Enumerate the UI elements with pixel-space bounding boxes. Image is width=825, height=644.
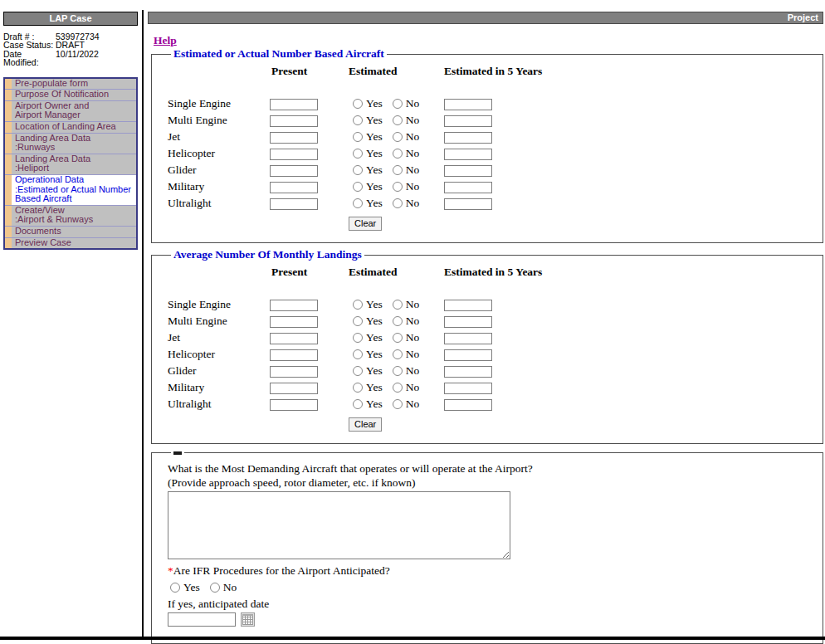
present-input[interactable] — [270, 300, 318, 311]
ifr-no-radio[interactable] — [210, 583, 220, 593]
sidebar-item-line: Purpose Of Notification — [15, 89, 109, 99]
present-input[interactable] — [270, 383, 318, 394]
anticipated-date-input[interactable] — [168, 612, 236, 627]
sidebar-item-label: Preview Case — [12, 238, 73, 249]
present-input[interactable] — [270, 366, 318, 378]
sidebar-item-label: Landing Area Data:Runways — [12, 134, 92, 154]
estimated-yes-radio[interactable] — [353, 316, 363, 326]
present-input[interactable] — [270, 99, 318, 110]
present-input[interactable] — [270, 198, 318, 210]
estimated-5yr-input[interactable] — [444, 99, 492, 110]
sidebar-item[interactable]: Documents — [5, 227, 136, 238]
present-input[interactable] — [270, 316, 318, 328]
estimated-5yr-input[interactable] — [444, 399, 492, 411]
estimated-no-radio[interactable] — [393, 99, 403, 109]
date-picker-button[interactable] — [241, 612, 255, 627]
estimated-no-radio[interactable] — [393, 349, 403, 359]
estimated-5yr-input[interactable] — [444, 165, 492, 177]
estimated-no-radio[interactable] — [393, 383, 403, 393]
column-header-present: Present — [270, 265, 349, 279]
estimated-5yr-input[interactable] — [444, 349, 492, 361]
sidebar-item[interactable]: Pre-populate form — [5, 79, 136, 90]
present-input[interactable] — [270, 349, 318, 361]
estimated-no-radio[interactable] — [393, 366, 403, 376]
estimated-5yr-input[interactable] — [444, 182, 492, 193]
estimated-5yr-input[interactable] — [444, 115, 492, 127]
estimated-no-radio[interactable] — [393, 165, 403, 175]
estimated-yes-radio[interactable] — [353, 349, 363, 359]
estimated-5yr-input[interactable] — [444, 366, 492, 378]
present-input[interactable] — [270, 149, 318, 160]
estimated-no-radio[interactable] — [393, 149, 403, 159]
sidebar-item[interactable]: Landing Area Data:Heliport — [5, 154, 136, 175]
estimated-5yr-input[interactable] — [444, 383, 492, 394]
estimated-no-radio[interactable] — [393, 399, 403, 409]
yes-radio-label: Yes — [366, 147, 383, 160]
required-asterisk: * — [168, 564, 173, 577]
estimated-5yr-input[interactable] — [444, 198, 492, 210]
aircraft-type-label: Helicopter — [168, 147, 270, 160]
yes-radio-label: Yes — [366, 163, 383, 177]
present-input[interactable] — [270, 333, 318, 344]
present-input[interactable] — [270, 115, 318, 127]
sidebar-item-line: Pre-populate form — [15, 78, 88, 88]
estimated-no-radio[interactable] — [393, 115, 403, 125]
estimated-no-radio[interactable] — [393, 132, 403, 142]
sidebar-item[interactable]: Operational Data:Estimated or Actual Num… — [5, 175, 136, 206]
column-header-estimated: Estimated — [349, 64, 444, 78]
estimated-no-radio[interactable] — [393, 333, 403, 343]
sidebar-item[interactable]: Airport Owner andAirport Manager — [5, 101, 136, 122]
no-radio-label: No — [406, 180, 420, 193]
estimated-yes-radio[interactable] — [353, 198, 363, 208]
ifr-yes-radio[interactable] — [170, 583, 180, 593]
sidebar-item-line: Create/View — [15, 205, 65, 215]
project-bar: Project — [148, 12, 823, 24]
present-input[interactable] — [270, 165, 318, 177]
sidebar-item-label: Landing Area Data:Heliport — [12, 154, 92, 174]
nav-stripe-icon — [5, 175, 12, 205]
yes-radio-label: Yes — [366, 298, 383, 311]
sidebar-item[interactable]: Location of Landing Area — [5, 122, 136, 134]
calendar-icon — [242, 614, 253, 625]
estimated-yes-radio[interactable] — [353, 399, 363, 409]
estimated-yes-radio[interactable] — [353, 383, 363, 393]
estimated-yes-radio[interactable] — [353, 366, 363, 376]
sidebar-item[interactable]: Purpose Of Notification — [5, 90, 136, 101]
present-input[interactable] — [270, 132, 318, 144]
case-info-label: Date Modified: — [3, 50, 56, 67]
estimated-5yr-input[interactable] — [444, 333, 492, 344]
present-input[interactable] — [270, 182, 318, 193]
aircraft-row: Multi Engine Yes No — [168, 313, 823, 329]
estimated-yes-radio[interactable] — [353, 300, 363, 310]
ifr-question: Are IFR Procedures for the Airport Antic… — [173, 564, 390, 577]
estimated-yes-radio[interactable] — [353, 333, 363, 343]
estimated-5yr-input[interactable] — [444, 132, 492, 144]
aircraft-section: Average Number Of Monthly Landings Prese… — [151, 248, 823, 444]
estimated-no-radio[interactable] — [393, 316, 403, 326]
column-header-estimated: Estimated — [349, 265, 444, 279]
estimated-5yr-input[interactable] — [444, 149, 492, 160]
sidebar-item-line: :Runways — [15, 142, 55, 152]
sidebar-item-label: Create/View:Airport & Runways — [12, 206, 95, 226]
clear-button[interactable]: Clear — [349, 417, 382, 432]
estimated-yes-radio[interactable] — [353, 99, 363, 109]
estimated-no-radio[interactable] — [393, 182, 403, 192]
sidebar-item[interactable]: Create/View:Airport & Runways — [5, 206, 136, 227]
no-radio-label: No — [406, 315, 420, 328]
estimated-yes-radio[interactable] — [353, 132, 363, 142]
demanding-aircraft-textarea[interactable] — [168, 491, 510, 559]
estimated-yes-radio[interactable] — [353, 182, 363, 192]
aircraft-row: Military Yes No — [168, 379, 823, 396]
present-input[interactable] — [270, 399, 318, 411]
estimated-yes-radio[interactable] — [353, 149, 363, 159]
clear-button[interactable]: Clear — [349, 217, 382, 231]
estimated-5yr-input[interactable] — [444, 316, 492, 328]
sidebar-item[interactable]: Landing Area Data:Runways — [5, 134, 136, 154]
estimated-yes-radio[interactable] — [353, 115, 363, 125]
estimated-no-radio[interactable] — [393, 198, 403, 208]
estimated-5yr-input[interactable] — [444, 300, 492, 311]
estimated-yes-radio[interactable] — [353, 165, 363, 175]
estimated-no-radio[interactable] — [393, 300, 403, 310]
help-link[interactable]: Help — [154, 35, 177, 46]
sidebar-item[interactable]: Preview Case — [5, 238, 136, 249]
